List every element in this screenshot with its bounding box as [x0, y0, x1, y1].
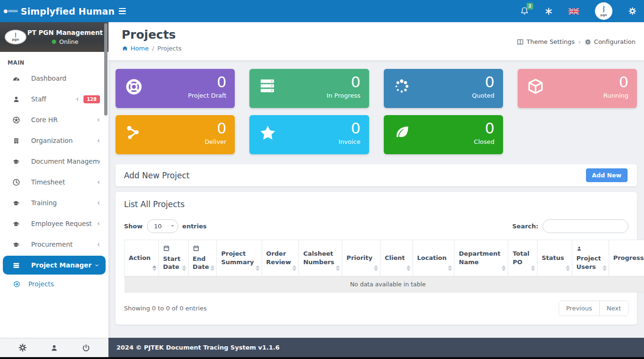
sidebar-item-label: Organization — [31, 137, 97, 144]
chevron-left-icon: ‹ — [97, 220, 100, 227]
card-quoted[interactable]: 0 Quoted — [384, 69, 503, 108]
next-page-button[interactable]: Next — [600, 301, 628, 316]
footer-text: 2024 © PJTEK Document Tracing System v1.… — [116, 344, 280, 351]
gear-icon[interactable] — [628, 7, 636, 15]
column-header-location[interactable]: Location — [413, 240, 454, 276]
sort-icon — [448, 265, 452, 271]
table-footer: Showing 0 to 0 of 0 entries Previous Nex… — [124, 301, 628, 316]
card-running[interactable]: 0 Running — [518, 69, 637, 108]
asterisk-icon[interactable] — [545, 8, 553, 15]
breadcrumb-separator: / — [152, 45, 154, 52]
sort-icon — [336, 265, 340, 271]
column-header-calsheet-numbers[interactable]: Calsheet Numbers — [299, 240, 342, 276]
user-icon[interactable] — [50, 344, 58, 352]
sidebar: pgn PT PGN Management Online MAIN Dashbo… — [0, 22, 108, 338]
add-new-button[interactable]: Add New — [586, 168, 627, 182]
page-header: Projects Home / Projects Theme Settings … — [108, 22, 644, 60]
add-panel-title: Add New Project — [124, 171, 190, 180]
sidebar-item-label: Procurement — [31, 241, 97, 248]
previous-page-button[interactable]: Previous — [559, 301, 600, 316]
sidebar-item-project-manager[interactable]: Project Manager ‹ — [3, 256, 106, 275]
column-header-end-date[interactable]: End Date — [188, 240, 217, 276]
clock-icon — [11, 178, 21, 186]
avatar[interactable]: pgn — [595, 2, 612, 20]
chevron-left-icon: ‹ — [97, 241, 100, 248]
card-project-draft[interactable]: 0 Project Draft — [116, 69, 235, 108]
column-header-progress[interactable]: Progress — [609, 240, 644, 276]
column-header-project-users[interactable]: Project Users — [572, 240, 609, 276]
card-invoice[interactable]: 0 Invoice — [249, 115, 369, 154]
building-icon — [11, 137, 21, 145]
user-icon — [11, 95, 21, 103]
column-header-start-date[interactable]: Start Date — [158, 240, 188, 276]
search-input[interactable] — [543, 219, 628, 233]
sort-icon — [502, 265, 506, 271]
sort-icon — [566, 265, 570, 271]
theme-settings-link[interactable]: Theme Settings — [517, 38, 575, 45]
entries-summary: Showing 0 to 0 of 0 entries — [124, 305, 206, 312]
chevron-left-icon: ‹ — [97, 137, 100, 144]
sidebar-footer — [0, 338, 108, 357]
app-footer: 2024 © PJTEK Document Tracing System v1.… — [108, 338, 644, 357]
uk-flag-icon[interactable] — [569, 8, 579, 15]
card-in-progress[interactable]: 0 In Progress — [249, 69, 369, 108]
column-header-order-review[interactable]: Order Review — [262, 240, 299, 276]
graduation-cap-icon — [11, 158, 21, 165]
sidebar-subitem-projects[interactable]: Projects — [0, 276, 108, 292]
card-deliver[interactable]: 0 Deliver — [116, 115, 235, 154]
sidebar-item-dashboard[interactable]: Dashboard — [0, 68, 108, 89]
sidebar-item-organization[interactable]: Organization ‹ — [0, 130, 108, 151]
sidebar-section-label: MAIN — [0, 52, 108, 68]
sort-icon — [182, 265, 186, 271]
sidebar-item-label: Employee Request — [31, 220, 97, 227]
server-icon — [11, 261, 21, 269]
sidebar-item-employee-request[interactable]: Employee Request ‹ — [0, 213, 108, 234]
sidebar-item-document-management[interactable]: Document Management — [0, 151, 108, 172]
page-size-select[interactable]: 10 — [147, 219, 178, 233]
column-header-priority[interactable]: Priority — [342, 240, 380, 276]
arrow-circle-right-icon — [13, 281, 22, 288]
column-header-client[interactable]: Client — [380, 240, 413, 276]
power-icon[interactable] — [82, 344, 90, 352]
graduation-cap-icon — [11, 200, 21, 207]
org-logo: pgn — [5, 30, 26, 44]
pagination: Previous Next — [559, 301, 628, 316]
stat-cards: 0 Project Draft 0 In Progress 0 Quoted 0… — [116, 69, 637, 154]
column-header-project-summary[interactable]: Project Summary — [217, 240, 262, 276]
sidebar-item-label: Core HR — [31, 116, 97, 124]
gauge-icon — [11, 75, 21, 83]
sidebar-item-training[interactable]: Training ‹ — [0, 192, 108, 213]
column-header-total-po[interactable]: Total PO — [508, 240, 537, 276]
sidebar-item-staff[interactable]: Staff ‹ 128 — [0, 89, 108, 109]
sort-icon — [406, 265, 411, 271]
gear-icon[interactable] — [18, 343, 27, 352]
sidebar-subitem-label: Projects — [28, 280, 54, 288]
projects-list-panel: List All Projects Show 10 ‹ entries — [116, 192, 637, 325]
entries-label: entries — [182, 223, 207, 230]
sidebar-header: pgn PT PGN Management Online — [0, 22, 108, 52]
sidebar-item-timesheet[interactable]: Timesheet ‹ — [0, 172, 108, 192]
sidebar-scrollbar[interactable] — [104, 23, 107, 116]
column-header-action[interactable]: Action — [124, 240, 159, 276]
sidebar-item-label: Dashboard — [31, 75, 100, 82]
window-edge — [0, 357, 644, 359]
search-group: Search: — [512, 219, 628, 233]
graduation-cap-icon — [11, 220, 21, 227]
bell-icon[interactable]: 2 — [520, 7, 529, 16]
configuration-link[interactable]: Configuration — [585, 38, 636, 45]
ball-icon — [11, 116, 21, 124]
column-header-status[interactable]: Status — [537, 240, 572, 276]
sidebar-item-procurement[interactable]: Procurement ‹ — [0, 234, 108, 255]
org-name: PT PGN Management — [26, 29, 104, 36]
topbar-actions: 2 pgn — [520, 2, 644, 20]
search-label: Search: — [512, 223, 538, 230]
sidebar-item-core-hr[interactable]: Core HR ‹ — [0, 109, 108, 130]
bottom-bar: 2024 © PJTEK Document Tracing System v1.… — [0, 338, 644, 357]
list-panel-title: List All Projects — [124, 200, 628, 209]
sidebar-item-label: Document Management — [31, 158, 100, 165]
cube-icon — [527, 78, 544, 97]
column-header-department-name[interactable]: Department Name — [454, 240, 508, 276]
card-closed[interactable]: 0 Closed — [384, 115, 503, 154]
hamburger-menu-icon[interactable] — [119, 8, 126, 14]
breadcrumb-home-link[interactable]: Home — [122, 45, 149, 52]
